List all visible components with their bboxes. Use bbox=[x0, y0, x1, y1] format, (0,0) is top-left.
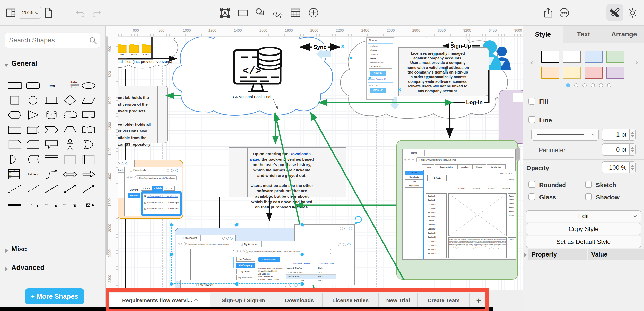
section-bar-item[interactable]: Section 3 bbox=[488, 187, 495, 189]
section-list-item[interactable]: Section 15 bbox=[428, 253, 436, 254]
style-page-dot-3[interactable] bbox=[591, 83, 595, 87]
section-list-item[interactable]: Section 7 bbox=[428, 220, 435, 222]
selection-handle[interactable] bbox=[300, 282, 304, 286]
section-list-item[interactable]: Section 2 bbox=[428, 199, 435, 201]
downloads-tab-archive[interactable]: Archive bbox=[128, 193, 140, 198]
site-menu-1[interactable]: Downloads bbox=[405, 175, 424, 179]
section-general[interactable]: General bbox=[11, 60, 37, 68]
style-next-icon[interactable] bbox=[634, 61, 638, 65]
repository-note[interactable]: ent tab holds thest version of thetware … bbox=[118, 86, 168, 143]
palette-shape-tape[interactable] bbox=[80, 124, 98, 136]
style-page-dot-0[interactable] bbox=[566, 83, 570, 87]
line-width-input[interactable]: 1 pt bbox=[602, 129, 629, 141]
file-checkbox[interactable] bbox=[144, 202, 146, 204]
username-field[interactable]: johndoe bbox=[369, 48, 392, 52]
selection-handle[interactable] bbox=[300, 223, 304, 227]
password-field[interactable]: •••••••• bbox=[369, 56, 392, 60]
palette-shape-list-item[interactable]: List Item bbox=[24, 168, 42, 180]
fill-checkbox[interactable] bbox=[528, 98, 535, 105]
palette-shape-card[interactable] bbox=[24, 138, 42, 151]
section-list-item[interactable]: Section 1 bbox=[428, 195, 435, 197]
version-tab[interactable]: V a.a.a bbox=[141, 186, 152, 191]
style-swatch-3[interactable] bbox=[606, 51, 624, 63]
palette-shape-arrow-with-label[interactable]: Label bbox=[24, 199, 42, 211]
palette-shape-arrow-source-label[interactable]: SourceLabel bbox=[42, 199, 60, 211]
palette-shape-dotted-line[interactable] bbox=[24, 183, 42, 195]
property-header[interactable]: Property bbox=[528, 249, 587, 260]
line-width-stepper[interactable] bbox=[629, 129, 636, 141]
palette-shape-arrow[interactable] bbox=[80, 168, 98, 180]
selection-handle[interactable] bbox=[169, 223, 174, 227]
set-default-style-button[interactable]: Set as Default Style bbox=[526, 236, 641, 248]
palette-shape-triangle[interactable] bbox=[24, 109, 42, 121]
palette-shape-trapezoid[interactable] bbox=[61, 124, 79, 136]
top-nav-4[interactable]: What's New bbox=[487, 164, 506, 169]
selection-handle[interactable] bbox=[169, 282, 174, 286]
style-swatch-4[interactable] bbox=[541, 67, 559, 79]
site-menu-3[interactable]: My Account bbox=[405, 184, 424, 188]
style-page-dot-4[interactable] bbox=[599, 83, 603, 87]
style-prev-icon[interactable] bbox=[530, 61, 534, 65]
style-swatch-2[interactable] bbox=[585, 51, 603, 63]
glass-checkbox[interactable] bbox=[528, 193, 535, 200]
palette-shape-note[interactable] bbox=[6, 138, 24, 151]
sidebar-scrollbar[interactable] bbox=[106, 36, 108, 255]
browser-nav-arrows[interactable]: ◀ ▶ ⟲ bbox=[404, 158, 414, 161]
palette-shape-process[interactable] bbox=[42, 94, 60, 106]
palette-shape-arrow-with-box[interactable] bbox=[80, 199, 98, 211]
purple-container-box[interactable] bbox=[513, 93, 523, 102]
toggle-panels-icon[interactable] bbox=[5, 7, 16, 19]
browser-tab[interactable]: Downloads bbox=[128, 167, 150, 173]
section-list-item[interactable]: Section 4 bbox=[428, 207, 435, 209]
palette-shape-line[interactable] bbox=[42, 183, 60, 195]
palette-shape-rounded-rectangle[interactable] bbox=[24, 79, 42, 92]
section-list-item[interactable]: Section 11 bbox=[428, 236, 436, 238]
section-bar-item[interactable]: Section 1 bbox=[458, 187, 465, 189]
zoom-dropdown[interactable]: 25% bbox=[19, 7, 41, 19]
browser-tab[interactable]: Home bbox=[406, 150, 425, 156]
palette-shape-square[interactable] bbox=[6, 94, 24, 106]
more-shapes-button[interactable]: + More Shapes bbox=[25, 288, 84, 304]
version-tab[interactable]: V c.c.c bbox=[164, 186, 175, 191]
line-style-dropdown[interactable] bbox=[531, 129, 599, 141]
palette-shape-bidirectional-connector[interactable] bbox=[61, 183, 79, 195]
site-menu-0[interactable]: Home bbox=[405, 171, 424, 175]
page-view-icon[interactable] bbox=[44, 7, 53, 19]
value-header[interactable]: Value bbox=[588, 249, 644, 260]
palette-shape-horizontal-container[interactable] bbox=[80, 153, 98, 166]
section-bar-item[interactable]: Section 4 bbox=[502, 187, 510, 189]
palette-shape-data-storage[interactable] bbox=[24, 153, 42, 166]
signin-form-mockup[interactable]: Sign In User Name: johndoe Password: •••… bbox=[366, 37, 394, 100]
style-swatch-6[interactable] bbox=[585, 67, 603, 79]
palette-shape-list[interactable]: ListItem 1Item 2Item 3 bbox=[6, 168, 24, 180]
palette-shape-internal-storage[interactable] bbox=[6, 124, 24, 136]
palette-shape-heading[interactable]: HeadingLorem ipsum dolor sit amet, conse… bbox=[61, 79, 79, 92]
freehand-tool-icon[interactable] bbox=[272, 7, 283, 19]
section-advanced[interactable]: Advanced bbox=[11, 264, 45, 272]
section-list-item[interactable]: Section 13 bbox=[428, 244, 436, 246]
selection-handle[interactable] bbox=[169, 252, 174, 257]
palette-shape-circle[interactable] bbox=[24, 94, 42, 106]
search-box-mock[interactable]: Search bbox=[507, 178, 516, 181]
opacity-input[interactable]: 100 % bbox=[602, 161, 629, 173]
browser-nav-arrows[interactable]: ◀ ▶ ⟲ bbox=[127, 176, 137, 179]
downloads-note[interactable]: Up on entering the Downloads page, the b… bbox=[229, 147, 346, 197]
sign-in-button[interactable]: SIGN IN bbox=[370, 71, 386, 76]
redo-icon[interactable] bbox=[91, 7, 102, 19]
style-swatch-1[interactable] bbox=[563, 51, 581, 63]
shapes-tool-icon[interactable] bbox=[254, 7, 266, 19]
palette-shape-hexagon[interactable] bbox=[6, 109, 24, 121]
tab-style[interactable]: Style bbox=[523, 26, 563, 43]
sketch-mode-button[interactable] bbox=[606, 4, 623, 21]
section-list-item[interactable]: Section 5 bbox=[428, 212, 435, 213]
top-nav-3[interactable]: Support bbox=[473, 164, 486, 169]
shape-search-box[interactable] bbox=[5, 33, 100, 48]
palette-shape-cloud[interactable] bbox=[61, 109, 79, 121]
rounded-checkbox[interactable] bbox=[528, 181, 535, 188]
version-tab[interactable]: V b.b.b bbox=[152, 186, 163, 191]
topics-links[interactable]: Topic 1 Topic 2 bbox=[500, 173, 515, 175]
sketch-checkbox[interactable] bbox=[585, 181, 592, 188]
palette-shape-cube[interactable] bbox=[24, 124, 42, 136]
palette-shape-actor[interactable] bbox=[61, 138, 79, 151]
section-list-item[interactable]: Section 10 bbox=[428, 232, 436, 234]
